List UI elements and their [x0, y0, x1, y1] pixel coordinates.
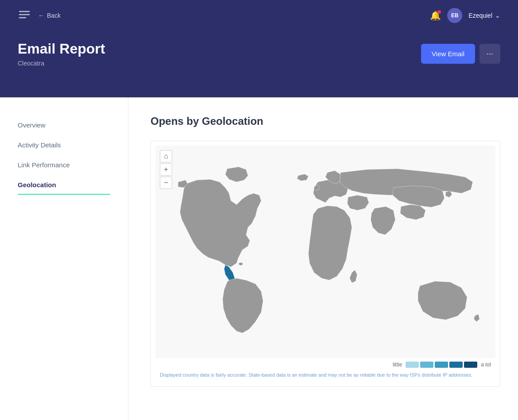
- minus-icon: −: [164, 179, 168, 187]
- page-title: Email Report: [18, 41, 105, 57]
- legend-color-5: [464, 362, 477, 368]
- notification-button[interactable]: 🔔: [430, 10, 441, 21]
- map-note: Displayed country data is fairly accurat…: [155, 372, 495, 382]
- legend-lot-label: a lot: [481, 362, 491, 368]
- legend-color-1: [406, 362, 419, 368]
- section-title: Opens by Geolocation: [151, 115, 500, 127]
- back-arrow-icon: ←: [38, 12, 44, 19]
- more-options-button[interactable]: ···: [479, 44, 500, 64]
- header-left: ← Back: [18, 8, 61, 23]
- legend-gradient: [406, 362, 477, 368]
- content-area: Opens by Geolocation ⌂ + −: [128, 97, 518, 420]
- header-right: 🔔 EB Ezequiel ⌄: [430, 8, 500, 23]
- sidebar: Overview Activity Details Link Performan…: [0, 97, 128, 420]
- chevron-down-icon: ⌄: [495, 12, 500, 19]
- sidebar-item-activity-details[interactable]: Activity Details: [0, 135, 128, 155]
- map-legend: little a lot: [155, 362, 495, 368]
- back-label: Back: [47, 12, 61, 19]
- map-zoom-out-button[interactable]: −: [160, 177, 172, 189]
- legend-color-4: [449, 362, 463, 368]
- view-email-button[interactable]: View Email: [421, 44, 475, 64]
- avatar: EB: [447, 8, 462, 23]
- user-menu-button[interactable]: Ezequiel ⌄: [468, 12, 500, 19]
- header-actions: View Email ···: [421, 44, 500, 64]
- map-controls: ⌂ + −: [160, 150, 172, 189]
- app-logo: [18, 8, 31, 23]
- sidebar-item-overview[interactable]: Overview: [0, 115, 128, 135]
- legend-color-3: [435, 362, 448, 368]
- user-initials: EB: [451, 12, 459, 19]
- header: ← Back 🔔 EB Ezequiel ⌄ Email Report Cleo…: [0, 0, 518, 97]
- home-icon: ⌂: [164, 152, 168, 160]
- title-block: Email Report Cleocatra: [18, 41, 105, 67]
- user-name: Ezequiel: [468, 12, 492, 19]
- back-button[interactable]: ← Back: [38, 12, 61, 19]
- map-zoom-in-button[interactable]: +: [160, 163, 172, 176]
- map-home-button[interactable]: ⌂: [160, 150, 172, 162]
- main-container: Overview Activity Details Link Performan…: [0, 97, 518, 420]
- header-top: ← Back 🔔 EB Ezequiel ⌄: [18, 0, 500, 27]
- header-title-area: Email Report Cleocatra View Email ···: [18, 41, 500, 67]
- legend-color-2: [420, 362, 433, 368]
- page-subtitle: Cleocatra: [18, 60, 105, 67]
- plus-icon: +: [164, 166, 168, 173]
- world-map: [155, 146, 495, 358]
- map-container: ⌂ + −: [151, 141, 500, 387]
- sidebar-item-link-performance[interactable]: Link Performance: [0, 155, 128, 175]
- sidebar-item-geolocation[interactable]: Geolocation: [0, 175, 128, 195]
- legend-little-label: little: [393, 362, 402, 368]
